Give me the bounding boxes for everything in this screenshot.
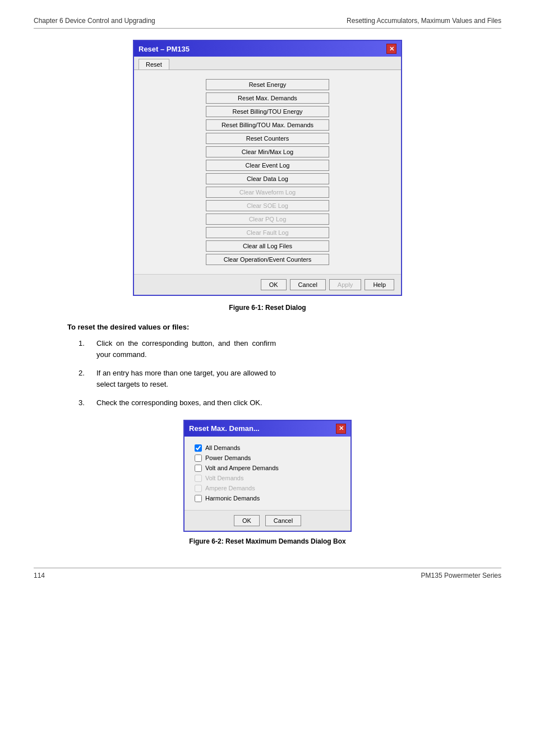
btn-clear-minmax-log[interactable]: Clear Min/Max Log: [206, 146, 329, 157]
reset-max-demand-dialog: Reset Max. Deman... ✕ All Demands Power …: [183, 420, 352, 532]
btn-clear-data-log[interactable]: Clear Data Log: [206, 173, 329, 184]
checkbox-volt-demands: Volt Demands: [195, 475, 340, 482]
dialog1-help-button[interactable]: Help: [365, 279, 394, 290]
dialog2-footer: OK Cancel: [185, 510, 350, 531]
step2-text: If an entry has more than one target, yo…: [96, 368, 276, 389]
dialog1-apply-button: Apply: [329, 279, 362, 290]
page-number: 114: [34, 572, 45, 579]
dialog2-title: Reset Max. Deman...: [189, 424, 260, 433]
checkbox-all-demands-input[interactable]: [195, 444, 202, 452]
figure1-caption: Figure 6-1: Reset Dialog: [34, 304, 501, 312]
btn-reset-energy[interactable]: Reset Energy: [206, 79, 329, 90]
btn-clear-fault-log: Clear Fault Log: [206, 227, 329, 238]
section-label: Resetting Accumulators, Maximum Values a…: [347, 17, 501, 25]
checkbox-power-demands: Power Demands: [195, 454, 340, 462]
dialog1-wrapper: Reset – PM135 ✕ Reset Reset Energy Reset…: [34, 40, 501, 296]
btn-clear-operation-event-counters[interactable]: Clear Operation/Event Counters: [206, 254, 329, 265]
page-header: Chapter 6 Device Control and Upgrading R…: [34, 17, 501, 29]
tab-reset[interactable]: Reset: [139, 59, 169, 69]
dialog2-ok-button[interactable]: OK: [234, 515, 260, 526]
dialog2-wrapper: Reset Max. Deman... ✕ All Demands Power …: [34, 420, 501, 532]
checkbox-harmonic-demands-label: Harmonic Demands: [205, 495, 260, 502]
checkbox-power-demands-label: Power Demands: [205, 454, 251, 461]
chapter-label: Chapter 6 Device Control and Upgrading: [34, 17, 155, 25]
dialog2-cancel-button[interactable]: Cancel: [265, 515, 301, 526]
checkbox-harmonic-demands: Harmonic Demands: [195, 495, 340, 502]
page-footer: 114 PM135 Powermeter Series: [34, 568, 501, 579]
dialog2-content: All Demands Power Demands Volt and Amper…: [185, 437, 350, 510]
step3-text: Check the corresponding boxes, and then …: [96, 397, 262, 409]
btn-reset-billing-tou-max[interactable]: Reset Billing/TOU Max. Demands: [206, 119, 329, 131]
checkbox-power-demands-input[interactable]: [195, 454, 202, 462]
figure2-caption: Figure 6-2: Reset Maximum Demands Dialog…: [34, 537, 501, 545]
dialog1-title: Reset – PM135: [139, 45, 190, 53]
step1-text: Click on the corresponding button, and t…: [96, 338, 276, 360]
product-name: PM135 Powermeter Series: [421, 572, 501, 579]
btn-reset-max-demands[interactable]: Reset Max. Demands: [206, 92, 329, 104]
list-item: 2. If an entry has more than one target,…: [79, 368, 501, 389]
dialog1-titlebar: Reset – PM135 ✕: [134, 41, 401, 57]
dialog1-close-button[interactable]: ✕: [386, 44, 396, 54]
list-item: 3. Check the corresponding boxes, and th…: [79, 397, 501, 409]
btn-clear-soe-log: Clear SOE Log: [206, 200, 329, 211]
checkbox-harmonic-demands-input[interactable]: [195, 495, 202, 502]
dialog1-content: Reset Energy Reset Max. Demands Reset Bi…: [134, 70, 401, 274]
btn-clear-event-log[interactable]: Clear Event Log: [206, 160, 329, 171]
checkbox-volt-ampere-demands-label: Volt and Ampere Demands: [205, 465, 279, 471]
btn-clear-all-log-files[interactable]: Clear all Log Files: [206, 240, 329, 252]
checkbox-volt-demands-label: Volt Demands: [205, 475, 243, 481]
checkbox-all-demands: All Demands: [195, 444, 340, 452]
checkbox-ampere-demands-label: Ampere Demands: [205, 485, 255, 491]
btn-reset-billing-tou-energy[interactable]: Reset Billing/TOU Energy: [206, 106, 329, 117]
list-item: 1. Click on the corresponding button, an…: [79, 338, 501, 360]
instructions-title: To reset the desired values or files:: [67, 323, 501, 331]
dialog2-titlebar: Reset Max. Deman... ✕: [185, 421, 350, 437]
btn-clear-waveform-log: Clear Waveform Log: [206, 187, 329, 198]
btn-reset-counters[interactable]: Reset Counters: [206, 133, 329, 144]
dialog1-footer: OK Cancel Apply Help: [134, 274, 401, 295]
instructions-section: To reset the desired values or files: 1.…: [67, 323, 501, 409]
checkbox-ampere-demands-input: [195, 485, 202, 492]
dialog1-cancel-button[interactable]: Cancel: [290, 279, 326, 290]
dialog1-ok-button[interactable]: OK: [261, 279, 287, 290]
checkbox-volt-ampere-demands-input[interactable]: [195, 465, 202, 472]
checkbox-volt-ampere-demands: Volt and Ampere Demands: [195, 465, 340, 472]
btn-clear-pq-log: Clear PQ Log: [206, 214, 329, 225]
dialog2-close-button[interactable]: ✕: [336, 424, 346, 434]
reset-pm135-dialog: Reset – PM135 ✕ Reset Reset Energy Reset…: [133, 40, 402, 296]
dialog1-tabs: Reset: [134, 57, 401, 70]
instructions-list: 1. Click on the corresponding button, an…: [79, 338, 501, 409]
checkbox-all-demands-label: All Demands: [205, 444, 240, 451]
checkbox-ampere-demands: Ampere Demands: [195, 485, 340, 492]
checkbox-volt-demands-input: [195, 475, 202, 482]
